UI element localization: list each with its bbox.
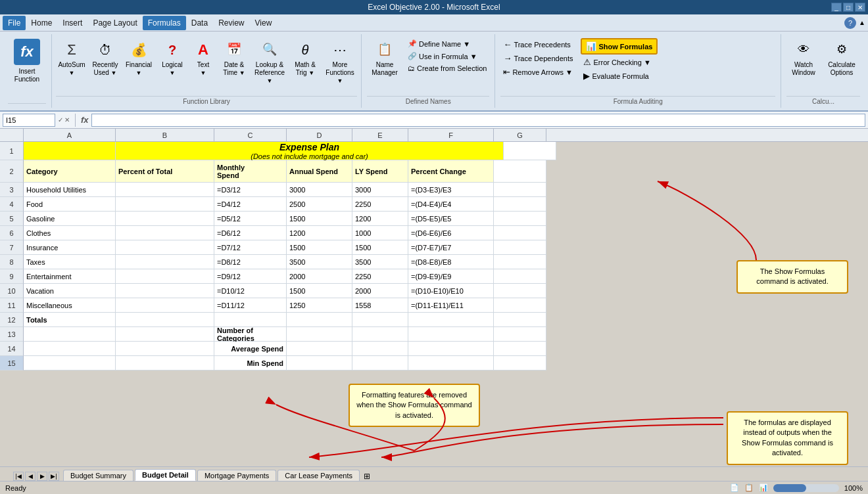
- cell-d9[interactable]: 2000: [287, 269, 352, 284]
- cell-g5[interactable]: [494, 212, 546, 226]
- row-header-8[interactable]: 8: [0, 255, 24, 269]
- cell-b11[interactable]: [116, 298, 214, 313]
- cell-a10[interactable]: Vacation: [24, 284, 116, 298]
- cell-g4[interactable]: [494, 197, 546, 212]
- cell-b6[interactable]: [116, 226, 214, 240]
- cell-d8[interactable]: 3500: [287, 255, 352, 269]
- cell-g6[interactable]: [494, 226, 546, 240]
- cell-e15[interactable]: [352, 356, 408, 370]
- cell-f3[interactable]: =(D3-E3)/E3: [408, 183, 494, 197]
- col-header-b[interactable]: B: [116, 129, 214, 141]
- cancel-icon[interactable]: ✕: [64, 116, 70, 124]
- cell-c14[interactable]: Average Spend: [214, 342, 287, 356]
- view-page-break-button[interactable]: 📊: [759, 483, 768, 492]
- cell-c4[interactable]: =D4/12: [214, 197, 287, 212]
- cell-b12[interactable]: [116, 313, 214, 327]
- math-trig-button[interactable]: θ Math &Trig ▼: [289, 37, 321, 79]
- cell-b8[interactable]: [116, 255, 214, 269]
- cell-b7[interactable]: [116, 240, 214, 255]
- cell-c6[interactable]: =D6/12: [214, 226, 287, 240]
- col-header-e[interactable]: E: [352, 129, 408, 141]
- view-normal-button[interactable]: 📄: [730, 483, 739, 492]
- watch-window-button[interactable]: 👁 WatchWindow: [786, 37, 821, 79]
- cell-a9[interactable]: Entertainment: [24, 269, 116, 284]
- cell-c9[interactable]: =D9/12: [214, 269, 287, 284]
- cell-e4[interactable]: 2250: [352, 197, 408, 212]
- cell-b5[interactable]: [116, 212, 214, 226]
- cell-g1[interactable]: [504, 142, 556, 160]
- row-header-6[interactable]: 6: [0, 226, 24, 240]
- cell-b3[interactable]: [116, 183, 214, 197]
- recently-used-button[interactable]: ⏱ RecentlyUsed ▼: [89, 37, 121, 79]
- create-from-selection-button[interactable]: 🗂Create from Selection: [405, 63, 489, 74]
- menu-formulas[interactable]: Formulas: [143, 16, 186, 30]
- tab-first-button[interactable]: |◀: [13, 472, 24, 481]
- define-name-button[interactable]: 📌Define Name ▼: [405, 38, 489, 49]
- cell-e3[interactable]: 3000: [352, 183, 408, 197]
- cell-a2[interactable]: Category: [24, 160, 116, 183]
- menu-home[interactable]: Home: [26, 16, 57, 30]
- cell-c12[interactable]: [214, 313, 287, 327]
- sheet-tab-budget-detail[interactable]: Budget Detail: [135, 469, 196, 481]
- cell-d11[interactable]: 1250: [287, 298, 352, 313]
- cell-f10[interactable]: =(D10-E10)/E10: [408, 284, 494, 298]
- cell-e8[interactable]: 3500: [352, 255, 408, 269]
- row-header-12[interactable]: 12: [0, 313, 24, 327]
- cell-g11[interactable]: [494, 298, 546, 313]
- date-time-button[interactable]: 📅 Date &Time ▼: [218, 37, 250, 79]
- cell-d10[interactable]: 1500: [287, 284, 352, 298]
- financial-button[interactable]: 💰 Financial▼: [123, 37, 155, 79]
- more-functions-button[interactable]: ⋯ MoreFunctions ▼: [323, 37, 357, 87]
- cell-d4[interactable]: 2500: [287, 197, 352, 212]
- cell-f14[interactable]: [408, 342, 494, 356]
- cell-e12[interactable]: [352, 313, 408, 327]
- cell-f15[interactable]: [408, 356, 494, 370]
- trace-dependents-button[interactable]: →Trace Dependents: [500, 52, 575, 64]
- sheet-tab-budget-summary[interactable]: Budget Summary: [63, 470, 133, 481]
- cell-f4[interactable]: =(D4-E4)/E4: [408, 197, 494, 212]
- col-header-c[interactable]: C: [214, 129, 287, 141]
- col-header-a[interactable]: A: [24, 129, 116, 141]
- row-header-5[interactable]: 5: [0, 212, 24, 226]
- tab-prev-button[interactable]: ◀: [25, 472, 36, 481]
- cell-c7[interactable]: =D7/12: [214, 240, 287, 255]
- text-button[interactable]: A Text▼: [190, 37, 216, 79]
- error-checking-button[interactable]: ⚠Error Checking ▼: [581, 56, 658, 68]
- cell-b1[interactable]: Expense Plan (Does not include mortgage …: [116, 142, 504, 160]
- cell-e11[interactable]: 1558: [352, 298, 408, 313]
- row-header-2[interactable]: 2: [0, 160, 24, 183]
- row-header-7[interactable]: 7: [0, 240, 24, 255]
- sheet-tab-car-lease[interactable]: Car Lease Payments: [277, 470, 360, 481]
- menu-review[interactable]: Review: [213, 16, 249, 30]
- cell-d2[interactable]: Annual Spend: [287, 160, 352, 183]
- cell-b10[interactable]: [116, 284, 214, 298]
- cell-g15[interactable]: [494, 356, 546, 370]
- cell-e10[interactable]: 2000: [352, 284, 408, 298]
- menu-view[interactable]: View: [250, 16, 277, 30]
- evaluate-formula-button[interactable]: ▶Evaluate Formula: [581, 70, 658, 82]
- cell-f7[interactable]: =(D7-E7)/E7: [408, 240, 494, 255]
- cell-d3[interactable]: 3000: [287, 183, 352, 197]
- insert-sheet-button[interactable]: ⊞: [364, 472, 370, 481]
- col-header-f[interactable]: F: [408, 129, 494, 141]
- name-manager-button[interactable]: 📋 NameManager: [367, 37, 402, 79]
- cell-d5[interactable]: 1500: [287, 212, 352, 226]
- logical-button[interactable]: ? Logical▼: [157, 37, 188, 79]
- lookup-reference-button[interactable]: 🔍 Lookup &Reference ▼: [252, 37, 287, 87]
- cell-c3[interactable]: =D3/12: [214, 183, 287, 197]
- row-header-3[interactable]: 3: [0, 183, 24, 197]
- cell-c15[interactable]: Min Spend: [214, 356, 287, 370]
- cell-b14[interactable]: [116, 342, 214, 356]
- cell-b4[interactable]: [116, 197, 214, 212]
- cell-a6[interactable]: Clothes: [24, 226, 116, 240]
- cell-a7[interactable]: Insurance: [24, 240, 116, 255]
- menu-page-layout[interactable]: Page Layout: [87, 16, 142, 30]
- cell-a12[interactable]: Totals: [24, 313, 116, 327]
- cell-g2[interactable]: [494, 160, 546, 183]
- cell-d7[interactable]: 1500: [287, 240, 352, 255]
- cell-e14[interactable]: [352, 342, 408, 356]
- zoom-slider[interactable]: [773, 484, 839, 492]
- cell-e5[interactable]: 1200: [352, 212, 408, 226]
- cell-f11[interactable]: =(D11-E11)/E11: [408, 298, 494, 313]
- cell-g13[interactable]: [494, 327, 546, 342]
